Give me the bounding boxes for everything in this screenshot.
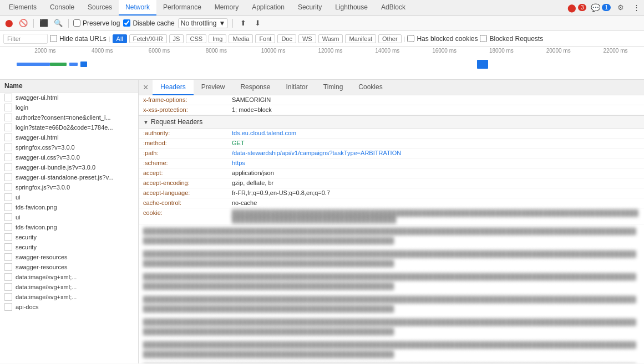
timeline-label-1: 4000 ms — [74, 48, 131, 54]
response-header-x-xss: x-xss-protection: 1; mode=block — [139, 105, 644, 115]
header-name: accept: — [143, 170, 232, 176]
list-item[interactable]: authorize?consent=none&client_i... — [0, 112, 138, 122]
file-name: swagger-ui.css?v=3.0.0 — [16, 154, 80, 161]
disable-cache-checkbox[interactable] — [123, 19, 130, 27]
list-item[interactable]: swagger-resources — [0, 262, 138, 272]
filter-js-btn[interactable]: JS — [169, 34, 184, 43]
request-header-cache-control: cache-control: no-cache — [139, 198, 644, 208]
network-timeline[interactable]: 2000 ms 4000 ms 6000 ms 8000 ms 10000 ms… — [0, 47, 644, 80]
tab-memory[interactable]: Memory — [208, 0, 245, 16]
header-name: accept-encoding: — [143, 180, 232, 186]
list-item[interactable]: api-docs — [0, 302, 138, 312]
file-icon — [4, 94, 12, 101]
list-item[interactable]: login?state=e66Do2&code=1784e... — [0, 122, 138, 132]
file-icon — [4, 203, 12, 211]
list-item[interactable]: data:image/svg+xml;... — [0, 282, 138, 292]
tab-adblock[interactable]: AdBlock — [374, 0, 412, 16]
filter-manifest-btn[interactable]: Manifest — [345, 34, 376, 43]
list-item[interactable]: springfox.js?v=3.0.0 — [0, 182, 138, 192]
hide-data-urls-checkbox[interactable] — [50, 35, 57, 42]
header-value: fr-FR,fr;q=0.9,en-US;q=0.8,en;q=0.7 — [232, 189, 330, 196]
has-blocked-cookies-checkbox[interactable] — [407, 35, 414, 42]
list-item[interactable]: tds-favicon.png — [0, 222, 138, 232]
panel-close-button[interactable]: × — [139, 80, 153, 95]
panel-tab-timing[interactable]: Timing — [316, 80, 351, 95]
toolbar-separator-1 — [33, 19, 34, 28]
panel-tab-headers[interactable]: Headers — [153, 80, 193, 95]
timeline-label-2: 6000 ms — [131, 48, 188, 54]
filter-button[interactable]: ⬛ — [38, 18, 49, 29]
clear-button[interactable]: 🚫 — [18, 18, 29, 29]
export-button[interactable]: ⬇ — [252, 18, 263, 29]
name-column-header: Name — [4, 82, 23, 90]
hide-data-urls-label[interactable]: Hide data URLs — [50, 35, 107, 43]
list-item[interactable]: ui — [0, 212, 138, 222]
blocked-requests-label[interactable]: Blocked Requests — [480, 35, 543, 43]
tab-sources[interactable]: Sources — [81, 0, 119, 16]
preserve-log-checkbox[interactable] — [73, 19, 80, 27]
list-item[interactable]: swagger-ui-bundle.js?v=3.0.0 — [0, 162, 138, 172]
import-button[interactable]: ⬆ — [237, 18, 249, 29]
record-button[interactable]: ⬤ — [3, 18, 14, 29]
filter-img-btn[interactable]: Img — [209, 34, 226, 43]
list-item[interactable]: security — [0, 242, 138, 252]
tab-security[interactable]: Security — [291, 0, 328, 16]
main-tab-bar: Elements Console Sources Network Perform… — [0, 0, 644, 16]
list-item[interactable]: login — [0, 102, 138, 112]
list-item[interactable]: security — [0, 232, 138, 242]
list-item[interactable]: data:image/svg+xml;... — [0, 292, 138, 302]
filter-all-btn[interactable]: All — [113, 34, 127, 43]
main-content: Name swagger-ui.html login authorize?con… — [0, 80, 644, 363]
header-name: :scheme: — [143, 160, 232, 166]
settings-button[interactable]: ⚙ — [615, 2, 626, 13]
panel-tab-response[interactable]: Response — [232, 80, 278, 95]
filter-input[interactable] — [3, 34, 48, 44]
disable-cache-label[interactable]: Disable cache — [123, 19, 174, 27]
panel-tab-cookies[interactable]: Cookies — [351, 80, 390, 95]
filter-fetch-xhr-btn[interactable]: Fetch/XHR — [129, 34, 167, 43]
blocked-requests-checkbox[interactable] — [480, 35, 487, 42]
filter-doc-btn[interactable]: Doc — [277, 34, 296, 43]
right-panel: × Headers Preview Response Initiator Tim… — [139, 80, 644, 363]
panel-tab-preview[interactable]: Preview — [194, 80, 233, 95]
has-blocked-cookies-label[interactable]: Has blocked cookies — [407, 35, 478, 43]
request-header-accept-encoding: accept-encoding: gzip, deflate, br — [139, 178, 644, 188]
list-item[interactable]: swagger-ui.html — [0, 93, 138, 102]
tab-application[interactable]: Application — [245, 0, 291, 16]
filter-other-btn[interactable]: Other — [378, 34, 402, 43]
file-name: swagger-ui.html — [16, 134, 59, 141]
tab-elements[interactable]: Elements — [2, 0, 43, 16]
header-name: x-xss-protection: — [143, 106, 232, 113]
file-icon — [4, 263, 12, 271]
throttle-select[interactable]: No throttling ▼ — [178, 18, 229, 28]
filter-css-btn[interactable]: CSS — [186, 34, 206, 43]
list-item[interactable]: springfox.css?v=3.0.0 — [0, 142, 138, 152]
list-item[interactable]: data:image/svg+xml;... — [0, 272, 138, 282]
file-icon — [4, 104, 12, 111]
list-item[interactable]: ui — [0, 192, 138, 202]
request-header-accept: accept: application/json — [139, 168, 644, 178]
list-item[interactable]: swagger-ui.css?v=3.0.0 — [0, 152, 138, 162]
tab-performance[interactable]: Performance — [156, 0, 208, 16]
search-button[interactable]: 🔍 — [53, 18, 64, 29]
preserve-log-label[interactable]: Preserve log — [73, 19, 120, 27]
more-options-button[interactable]: ⋮ — [631, 2, 642, 13]
list-item[interactable]: swagger-ui.html — [0, 132, 138, 142]
filter-wasm-btn[interactable]: Wasm — [318, 34, 343, 43]
cookie-continuation-4: ████████████████████████████████████████… — [139, 293, 644, 315]
tab-lighthouse[interactable]: Lighthouse — [328, 0, 374, 16]
file-icon — [4, 163, 12, 171]
list-item[interactable]: tds-favicon.png — [0, 202, 138, 212]
tab-network[interactable]: Network — [119, 0, 156, 16]
tab-console[interactable]: Console — [43, 0, 81, 16]
filter-media-btn[interactable]: Media — [229, 34, 253, 43]
panel-tab-initiator[interactable]: Initiator — [278, 80, 315, 95]
list-item[interactable]: swagger-ui-standalone-preset.js?v... — [0, 172, 138, 182]
list-item[interactable]: swagger-resources — [0, 252, 138, 262]
request-headers-section[interactable]: ▼ Request Headers — [139, 115, 644, 129]
file-name: swagger-resources — [16, 254, 68, 260]
filter-ws-btn[interactable]: WS — [298, 34, 316, 43]
file-icon — [4, 193, 12, 201]
filter-font-btn[interactable]: Font — [255, 34, 275, 43]
tab-right-controls: ⬤ 3 💬 1 ⚙ ⋮ — [567, 2, 642, 13]
